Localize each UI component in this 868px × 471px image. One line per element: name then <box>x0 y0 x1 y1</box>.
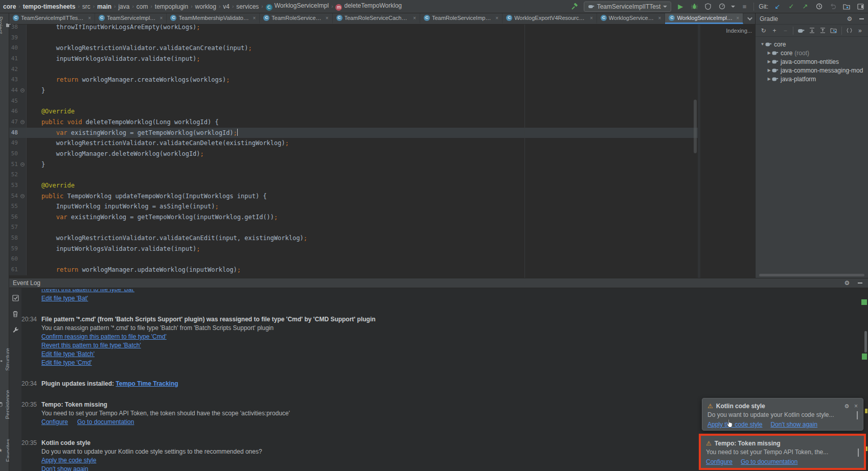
editor-tab[interactable]: CWorklogExportV4Resource.java× <box>502 13 597 24</box>
code-line[interactable]: 43 return worklogManager.createWorklogs(… <box>9 75 698 85</box>
editor-tab[interactable]: CWorklogServiceImpl.java× <box>665 13 743 24</box>
event-link[interactable]: Edit file type 'Bat' <box>41 295 88 302</box>
code-line[interactable]: 60 <box>9 254 698 265</box>
event-link[interactable]: Don't show again <box>41 465 88 471</box>
expand-chevron-icon[interactable] <box>858 448 859 457</box>
breadcrumb-item[interactable]: main <box>97 3 111 10</box>
code-line[interactable]: 48 var existingWorklog = getTempoWorklog… <box>9 128 698 138</box>
gradle-elephant-icon[interactable] <box>797 27 805 34</box>
code-line[interactable]: 41 inputWorklogsValidator.validate(input… <box>9 54 698 64</box>
fold-marker-icon[interactable]: − <box>20 162 25 167</box>
gradle-tree-node[interactable]: ▶core(root) <box>756 49 868 57</box>
notification-link[interactable]: Don't show again <box>770 421 817 428</box>
gear-icon[interactable]: ⚙ <box>843 403 850 410</box>
mark-all-read-icon[interactable] <box>11 293 20 302</box>
event-log-scrollbar[interactable] <box>864 331 867 352</box>
expand-chevron-icon[interactable] <box>857 411 858 419</box>
code-line[interactable]: 59 inputWorklogsValidator.validate(input… <box>9 244 698 254</box>
code-line[interactable]: 47− public void deleteTempoWorklog(Long … <box>9 117 698 128</box>
code-line[interactable]: 54− public TempoWorklog updateTempoWorkl… <box>9 191 698 202</box>
code-editor[interactable]: 38 throwIfInputWorkLogsAreEmpty(workLogs… <box>9 25 698 278</box>
chevron-collapsed-icon[interactable]: ▶ <box>766 68 772 73</box>
gradle-tree-node[interactable]: ▼core <box>756 40 868 49</box>
close-icon[interactable]: × <box>253 15 256 21</box>
event-link[interactable]: Apply the code style <box>41 457 96 464</box>
code-line[interactable]: 40 worklogRestrictionValidator.validateC… <box>9 43 698 54</box>
tool-window-layout-icon[interactable] <box>856 2 865 11</box>
code-line[interactable]: 51− } <box>9 159 698 170</box>
code-line[interactable]: 56 var existingWorklog = getTempoWorklog… <box>9 212 698 223</box>
project-structure-icon[interactable] <box>842 2 851 11</box>
breadcrumb-item[interactable]: core <box>3 3 16 10</box>
code-line[interactable]: 52 <box>9 170 698 180</box>
chevron-expanded-icon[interactable]: ▼ <box>760 42 765 46</box>
chevron-collapsed-icon[interactable]: ▶ <box>766 77 772 81</box>
git-push-icon[interactable]: ↗ <box>801 2 810 11</box>
editor-tab[interactable]: CTeamRoleServiceImpl.java× <box>420 13 502 24</box>
gradle-tree-node[interactable]: ▶java-common-entities <box>756 57 868 66</box>
gear-icon[interactable]: ⚙ <box>845 14 854 23</box>
code-line[interactable]: 44− } <box>9 85 698 96</box>
code-line[interactable]: 45 <box>9 96 698 107</box>
close-icon[interactable]: × <box>88 15 91 21</box>
git-update-icon[interactable]: ↙ <box>773 2 782 11</box>
close-icon[interactable]: × <box>854 402 858 411</box>
breadcrumb-item[interactable]: mdeleteTempoWorklog <box>335 2 402 11</box>
close-icon[interactable]: × <box>736 15 739 21</box>
breadcrumb-item[interactable]: tempoplugin <box>155 3 188 10</box>
code-line[interactable]: 61 return worklogManager.updateWorklog(i… <box>9 265 698 275</box>
hide-panel-icon[interactable] <box>859 18 864 19</box>
trash-icon[interactable] <box>11 309 20 318</box>
debug-button[interactable] <box>690 2 699 11</box>
gradle-tree-node[interactable]: ▶java-platform <box>756 75 868 83</box>
gradle-horizontal-scrollbar[interactable] <box>759 274 864 276</box>
code-line[interactable]: 38 throwIfInputWorkLogsAreEmpty(workLogs… <box>9 25 698 33</box>
build-hammer-icon[interactable] <box>570 2 579 11</box>
run-configuration-select[interactable]: TeamServiceImplITTest <box>584 2 672 12</box>
attach-project-icon[interactable]: + <box>771 27 778 34</box>
event-link[interactable]: Tempo Time Tracking <box>116 380 178 387</box>
expand-all-icon[interactable] <box>809 27 815 34</box>
editor-tab[interactable]: CTeamServiceImpl.java× <box>95 13 167 24</box>
close-icon[interactable]: × <box>413 15 416 21</box>
fold-marker-icon[interactable]: − <box>20 120 25 124</box>
event-link[interactable]: Revert this pattern to file type 'Bat' <box>41 289 134 293</box>
code-line[interactable]: 50 worklogManager.deleteWorklog(worklogI… <box>9 149 698 159</box>
profiler-button[interactable] <box>717 2 726 11</box>
breadcrumb-item[interactable]: services <box>236 3 259 10</box>
editor-tab[interactable]: CTeamRoleService.java× <box>260 13 332 24</box>
notification-link[interactable]: Go to documentation <box>741 458 797 465</box>
refresh-icon[interactable]: ↻ <box>760 27 767 34</box>
editor-tab[interactable]: CTeamServiceImplITTest.java× <box>9 13 95 24</box>
event-link[interactable]: Edit file type 'Batch' <box>41 350 95 358</box>
profiler-dropdown-icon[interactable] <box>731 6 735 8</box>
code-line[interactable]: 46 @Override <box>9 106 698 117</box>
close-icon[interactable]: × <box>590 15 593 21</box>
run-button[interactable]: ▶ <box>676 2 685 11</box>
code-line[interactable]: 53 @Override <box>9 180 698 191</box>
notification-link[interactable]: Apply the code style <box>707 421 762 428</box>
fold-marker-icon[interactable]: − <box>20 194 25 198</box>
breadcrumb-item[interactable]: CWorklogServiceImpl <box>266 2 329 11</box>
code-line[interactable]: 58 worklogRestrictionValidator.validateC… <box>9 233 698 244</box>
editor-tab[interactable]: CWorklogService.java× <box>597 13 666 24</box>
close-icon[interactable]: × <box>658 15 661 21</box>
code-line[interactable]: 42 <box>9 64 698 75</box>
event-link[interactable]: Edit file type 'Cmd' <box>41 359 92 366</box>
event-link[interactable]: Confirm reassign this pattern to file ty… <box>41 333 167 340</box>
gradle-tree-node[interactable]: ▶java-common-messaging-mod <box>756 66 868 75</box>
fold-marker-icon[interactable]: − <box>20 88 25 92</box>
execute-task-icon[interactable] <box>846 27 852 34</box>
breadcrumb-item[interactable]: java <box>118 3 129 10</box>
breadcrumb-item[interactable]: com <box>136 3 148 10</box>
close-icon[interactable]: × <box>326 15 329 21</box>
notification-link[interactable]: Configure <box>706 458 733 465</box>
more-actions-icon[interactable]: » <box>857 27 863 34</box>
collapse-all-icon[interactable] <box>819 27 826 34</box>
code-line[interactable]: 55 InputWorklog inputWorklog = asSingle(… <box>9 201 698 212</box>
editor-scrollbar[interactable] <box>694 100 697 153</box>
wrench-icon[interactable] <box>11 325 20 334</box>
hidden-tabs-chevron[interactable] <box>743 13 755 24</box>
git-commit-icon[interactable]: ✓ <box>787 2 796 11</box>
chevron-collapsed-icon[interactable]: ▶ <box>766 51 772 55</box>
